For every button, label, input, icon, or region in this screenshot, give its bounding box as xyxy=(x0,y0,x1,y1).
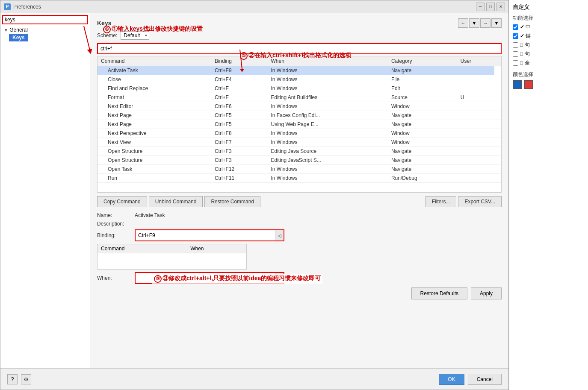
cell-binding: Ctrl+F xyxy=(211,93,268,102)
cell-when: In Windows xyxy=(267,138,387,147)
nav-buttons: ← ▼ → ▼ xyxy=(458,18,502,28)
cell-category: Window xyxy=(388,102,457,111)
cell-user xyxy=(457,66,494,75)
scheme-select[interactable]: Default xyxy=(121,31,149,40)
sidebar-item-general[interactable]: ▼ General xyxy=(2,26,88,34)
filters-button[interactable]: Filters... xyxy=(425,196,457,207)
checkbox-quan-input[interactable] xyxy=(513,60,518,66)
key-search-input[interactable] xyxy=(98,44,501,53)
cancel-button[interactable]: Cancel xyxy=(468,374,502,385)
color-label: 颜色选择 xyxy=(513,71,585,78)
bottom-action-row: Restore Defaults Apply xyxy=(97,287,502,299)
cell-when: Editing Java Source xyxy=(267,147,387,156)
cell-category: Navigate xyxy=(388,156,457,165)
cell-when: Editing Ant Buildfiles xyxy=(267,93,387,102)
maximize-button[interactable]: □ xyxy=(486,3,495,11)
minimize-button[interactable]: ─ xyxy=(476,3,485,11)
checkbox-key-input[interactable] xyxy=(513,33,518,39)
cell-category: Run/Debug xyxy=(388,174,457,183)
cell-command: Next View xyxy=(98,138,211,147)
nav-forward-dropdown-button[interactable]: ▼ xyxy=(491,18,502,28)
checkbox-ju2-input[interactable] xyxy=(513,51,518,57)
table-row[interactable]: FormatCtrl+FEditing Ant BuildfilesSource… xyxy=(98,93,501,102)
restore-command-button[interactable]: Restore Command xyxy=(204,196,260,207)
table-row[interactable]: Activate TaskCtrl+F9In WindowsNavigate xyxy=(98,66,501,75)
table-row[interactable]: Open StructureCtrl+F3Editing JavaScript … xyxy=(98,156,501,165)
unbind-command-button[interactable]: Unbind Command xyxy=(149,196,203,207)
nav-back-button[interactable]: ← xyxy=(458,18,468,28)
conflict-col-command: Command xyxy=(98,244,187,253)
col-scroll xyxy=(494,56,501,66)
table-row[interactable]: Next PageCtrl+F5In Faces Config Edi...Na… xyxy=(98,111,501,120)
table-row[interactable]: Next ViewCtrl+F7In WindowsWindow xyxy=(98,138,501,147)
annotation3-outer: Binding: ◁ xyxy=(97,229,502,284)
checkbox-zhong-input[interactable] xyxy=(513,24,518,30)
table-row[interactable]: Next EditorCtrl+F6In WindowsWindow xyxy=(98,102,501,111)
table-row[interactable]: Next PerspectiveCtrl+F8In WindowsWindow xyxy=(98,129,501,138)
checkbox-ju2: □ 句 xyxy=(513,50,585,58)
cell-binding: Ctrl+F12 xyxy=(211,165,268,174)
nav-forward-button[interactable]: → xyxy=(480,18,490,28)
description-label: Description: xyxy=(97,221,131,227)
conflicts-area: Command When xyxy=(97,244,247,270)
color-blue-swatch[interactable] xyxy=(513,80,522,89)
cell-user xyxy=(457,102,494,111)
cell-command: Next Page xyxy=(98,111,211,120)
cell-when: In Windows xyxy=(267,165,387,174)
title-bar: P Preferences ─ □ ✕ xyxy=(0,0,508,13)
cell-command: Open Structure xyxy=(98,147,211,156)
table-row[interactable]: Next PageCtrl+F5Using Web Page E...Navig… xyxy=(98,120,501,129)
table-row[interactable]: Open TaskCtrl+F12In WindowsNavigate xyxy=(98,165,501,174)
cell-binding: Ctrl+F7 xyxy=(211,138,268,147)
cell-binding: Ctrl+F5 xyxy=(211,111,268,120)
export-csv-button[interactable]: Export CSV... xyxy=(458,196,502,207)
right-panel: 自定义 功能选择 ✔ 中 ✔ 键 □ 句 □ 句 □ 全 颜色选择 xyxy=(509,0,588,390)
table-row[interactable]: Find and ReplaceCtrl+FIn WindowsEdit xyxy=(98,84,501,93)
keybinding-table: Command Binding When Category User Activ… xyxy=(98,56,501,183)
cell-user xyxy=(457,174,494,183)
checkbox-zhong-label: ✔ 中 xyxy=(520,23,531,31)
binding-input-btn[interactable]: ◁ xyxy=(275,230,284,240)
app-icon: P xyxy=(4,3,11,10)
checkbox-ju1-input[interactable] xyxy=(513,42,518,48)
color-red-swatch[interactable] xyxy=(524,80,533,89)
ok-button[interactable]: OK xyxy=(439,374,464,385)
restore-defaults-button[interactable]: Restore Defaults xyxy=(411,287,467,299)
cell-binding: Ctrl+F6 xyxy=(211,102,268,111)
conflicts-table: Command When xyxy=(98,244,246,253)
checkbox-key-label: ✔ 键 xyxy=(520,32,531,40)
when-input-button[interactable]: ▼ xyxy=(275,273,284,283)
window-controls: ─ □ ✕ xyxy=(476,3,505,11)
cell-user xyxy=(457,111,494,120)
cell-binding: Ctrl+F8 xyxy=(211,129,268,138)
nav-dropdown-button[interactable]: ▼ xyxy=(469,18,479,28)
sidebar-item-keys[interactable]: Keys xyxy=(9,34,28,41)
copy-command-button[interactable]: Copy Command xyxy=(97,196,147,207)
table-row[interactable]: Open StructureCtrl+F3Editing Java Source… xyxy=(98,147,501,156)
binding-input[interactable] xyxy=(136,231,275,240)
help-button[interactable]: ? xyxy=(7,374,18,384)
cell-command: Find and Replace xyxy=(98,84,211,93)
dialog-body: ▼ General Keys Keys ← ▼ → ▼ Scheme: xyxy=(0,13,508,368)
info-button[interactable]: ⊙ xyxy=(21,374,31,384)
scheme-select-wrap: Default xyxy=(121,31,149,40)
color-row xyxy=(513,80,585,89)
cell-user xyxy=(457,75,494,84)
binding-label: Binding: xyxy=(97,232,131,238)
cell-command: Open Task xyxy=(98,165,211,174)
col-user: User xyxy=(457,56,494,66)
sidebar-search-input[interactable] xyxy=(3,16,87,23)
cell-user xyxy=(457,84,494,93)
close-button[interactable]: ✕ xyxy=(496,3,505,11)
table-row[interactable]: CloseCtrl+F4In WindowsFile xyxy=(98,75,501,84)
cell-category: Source xyxy=(388,93,457,102)
cell-when: Editing JavaScript S... xyxy=(267,156,387,165)
when-input[interactable]: In Windows xyxy=(136,273,275,283)
right-panel-func-section: 自定义 功能选择 ✔ 中 ✔ 键 □ 句 □ 句 □ 全 xyxy=(513,3,585,67)
table-row[interactable]: RunCtrl+F11In WindowsRun/Debug xyxy=(98,174,501,183)
conflict-col-when: When xyxy=(187,244,246,253)
cell-category: Navigate xyxy=(388,120,457,129)
checkbox-zhong: ✔ 中 xyxy=(513,23,585,31)
apply-button[interactable]: Apply xyxy=(471,287,502,299)
key-search-wrap xyxy=(97,43,502,54)
